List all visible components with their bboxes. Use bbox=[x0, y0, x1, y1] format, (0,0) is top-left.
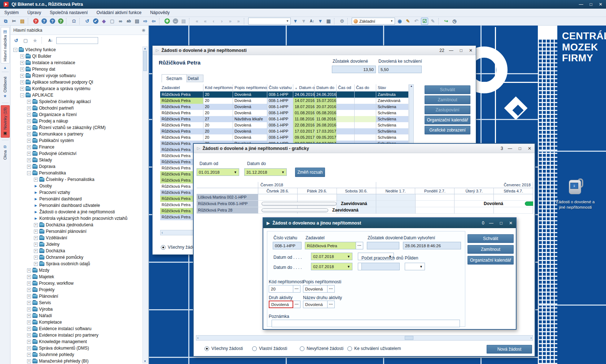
favorite-icon[interactable]: ★ bbox=[31, 37, 39, 44]
tree-item[interactable]: +Projekty bbox=[10, 287, 142, 293]
tree-item[interactable]: +Knowledge management bbox=[10, 338, 142, 345]
expand-icon[interactable]: + bbox=[27, 145, 31, 149]
table-cell[interactable]: 09.05.2017 bbox=[315, 134, 337, 141]
half-day-select[interactable]: ▼ bbox=[405, 263, 425, 270]
user-edit-icon[interactable]: ✎ bbox=[404, 18, 412, 25]
detail-action-button-2[interactable]: Zamítnout bbox=[467, 245, 514, 254]
gantt-cell[interactable] bbox=[494, 194, 533, 201]
table-cell[interactable]: Schválena bbox=[376, 104, 409, 110]
copy-icon[interactable]: ⧉ bbox=[2, 18, 9, 25]
table-cell[interactable]: Dovolená bbox=[233, 110, 267, 116]
scroll-up-icon[interactable]: ▲ bbox=[144, 47, 146, 50]
expand-icon[interactable]: + bbox=[27, 359, 31, 363]
menu-item-2[interactable]: Úpravy bbox=[27, 10, 41, 15]
table-row[interactable]: Růžičková Petra20Dovolená008-1-HPP09.05.… bbox=[160, 134, 409, 141]
confirm-icon[interactable]: ✔ bbox=[92, 18, 99, 25]
table-cell[interactable]: Růžičková Petra bbox=[160, 110, 203, 116]
tree-item[interactable]: +Správa osobních údajů bbox=[10, 261, 142, 267]
monitor-icon[interactable]: ▢ bbox=[22, 37, 29, 44]
filter-radio-2[interactable]: Vlastní žádosti bbox=[252, 346, 287, 351]
tree-item[interactable]: +Společné číselníky aplikací bbox=[10, 98, 142, 105]
sort-az-icon[interactable]: A↕ bbox=[47, 37, 54, 44]
tree-item[interactable]: ▶Kontrola vykázaných hodin pracovních vz… bbox=[10, 215, 142, 222]
table-cell[interactable] bbox=[337, 110, 355, 116]
toolbar-profile-combobox[interactable]: Základní▼ bbox=[352, 18, 395, 25]
column-header-6[interactable]: Datum do bbox=[315, 84, 337, 92]
table-row[interactable]: Růžičková Petra20Dovolená008-1-HPP01.08.… bbox=[160, 110, 409, 116]
gantt-cell[interactable] bbox=[416, 207, 455, 214]
window2-minimize-button[interactable]: — bbox=[508, 146, 512, 151]
fast-prev-icon[interactable]: « bbox=[202, 18, 209, 25]
table-cell[interactable]: 008-1-HPP bbox=[267, 110, 293, 116]
desktop-shortcut-icon[interactable]: ii bbox=[567, 178, 584, 196]
expand-icon[interactable]: + bbox=[34, 223, 38, 227]
help-user-icon[interactable]: ? bbox=[57, 18, 64, 25]
expand-icon[interactable]: + bbox=[20, 54, 24, 58]
table-cell[interactable]: 18.07.2016 bbox=[293, 104, 315, 110]
table-cell[interactable]: 01.08.2016 bbox=[293, 110, 315, 116]
desktop-shortcut-label[interactable]: Žádosti o dovolené ajiné nepřítomnosti bbox=[543, 199, 606, 210]
note-field[interactable] bbox=[272, 320, 460, 327]
tree-item[interactable]: +Ochranné pomůcky bbox=[10, 254, 142, 261]
expand-icon[interactable]: + bbox=[27, 333, 31, 337]
user-export-icon[interactable]: ↪ bbox=[443, 18, 450, 25]
expand-icon[interactable]: + bbox=[27, 106, 31, 110]
export-icon[interactable]: ⇨ bbox=[142, 18, 149, 25]
table-cell[interactable] bbox=[355, 116, 376, 122]
expand-icon[interactable]: + bbox=[27, 113, 31, 117]
cut-icon[interactable]: ✂ bbox=[10, 18, 18, 25]
window3-maximize-button[interactable]: □ bbox=[500, 221, 502, 226]
table-cell[interactable]: 15.07.2016 bbox=[315, 98, 337, 104]
working-days-field[interactable] bbox=[361, 263, 400, 270]
expand-icon[interactable]: + bbox=[27, 301, 31, 305]
panel-search-input[interactable] bbox=[56, 37, 98, 44]
remaining-vacation-field[interactable] bbox=[367, 242, 399, 249]
gantt-cell[interactable] bbox=[376, 207, 416, 214]
tree-item[interactable]: ▶Žádosti o dovolené a jiné nepřítomnosti bbox=[10, 209, 142, 215]
gantt-bar-outline[interactable] bbox=[262, 208, 328, 212]
menu-item-3[interactable]: Společná nastavení bbox=[50, 10, 88, 15]
window2-close-button[interactable]: ✕ bbox=[528, 146, 531, 151]
tree-item[interactable]: +Správa dokumentů (DMS) bbox=[10, 345, 142, 351]
table-cell[interactable]: 20 bbox=[203, 128, 233, 134]
table-cell[interactable]: Zaevidovaná bbox=[376, 98, 409, 104]
expand-icon[interactable]: + bbox=[27, 294, 31, 298]
gantt-bar-green[interactable] bbox=[525, 201, 533, 206]
filter-radio-3[interactable]: Nevyřízené žádosti bbox=[300, 346, 343, 351]
table-cell[interactable]: 24.06.2016 bbox=[293, 92, 315, 98]
absence-code-lookup-button[interactable]: ··· bbox=[293, 285, 300, 293]
expand-icon[interactable]: + bbox=[20, 74, 24, 78]
expand-icon[interactable]: + bbox=[27, 353, 31, 357]
tree-item[interactable]: +Finance bbox=[10, 144, 142, 150]
tree-item[interactable]: −Personalistika bbox=[10, 170, 142, 176]
tree-item[interactable]: +Publikační systém bbox=[10, 137, 142, 144]
tree-item[interactable]: +Mzdy bbox=[10, 267, 142, 274]
tree-item[interactable]: +QI Builder bbox=[10, 53, 142, 59]
window3-titlebar[interactable]: ▶ Žádost o dovolenou a jinou nepřítomnos… bbox=[263, 218, 516, 228]
gantt-cell[interactable] bbox=[416, 194, 455, 201]
expand-icon[interactable]: + bbox=[27, 126, 31, 130]
replace-icon[interactable]: ab bbox=[125, 18, 132, 25]
tree-item[interactable]: +Řízení vývoje softwaru bbox=[10, 72, 142, 79]
app-minimize-button[interactable]: — bbox=[579, 2, 583, 7]
expand-icon[interactable]: + bbox=[27, 100, 31, 104]
expand-icon[interactable]: + bbox=[27, 320, 31, 324]
help-form-icon[interactable]: ? bbox=[40, 18, 48, 25]
table-cell[interactable]: 008-1-HPP bbox=[267, 116, 293, 122]
notifications-icon[interactable]: Ω bbox=[70, 18, 78, 25]
tree-item[interactable]: +Konfigurace a správa systému bbox=[10, 85, 142, 92]
back-icon[interactable]: ⇦ bbox=[150, 18, 157, 25]
collapse-icon[interactable]: − bbox=[13, 48, 17, 52]
tree-item[interactable]: ▶Personální dashboard bbox=[10, 196, 142, 202]
table-cell[interactable]: 20 bbox=[203, 104, 233, 110]
table-cell[interactable]: Dovolená bbox=[233, 134, 267, 141]
expand-icon[interactable]: + bbox=[20, 80, 24, 84]
requester-lookup-button[interactable]: ··· bbox=[356, 242, 363, 249]
table-cell[interactable]: 26.08.2016 bbox=[315, 122, 337, 128]
table-cell[interactable] bbox=[355, 92, 376, 98]
gantt-row[interactable]: Lišková Martina 002-1-HPP bbox=[197, 194, 533, 201]
tree-item[interactable]: +Prodej a nákup bbox=[10, 118, 142, 124]
tree-item[interactable]: +Doprava bbox=[10, 163, 142, 170]
tree-item[interactable]: +Obchodní partneři bbox=[10, 105, 142, 111]
next-record-icon[interactable]: › bbox=[218, 18, 225, 25]
